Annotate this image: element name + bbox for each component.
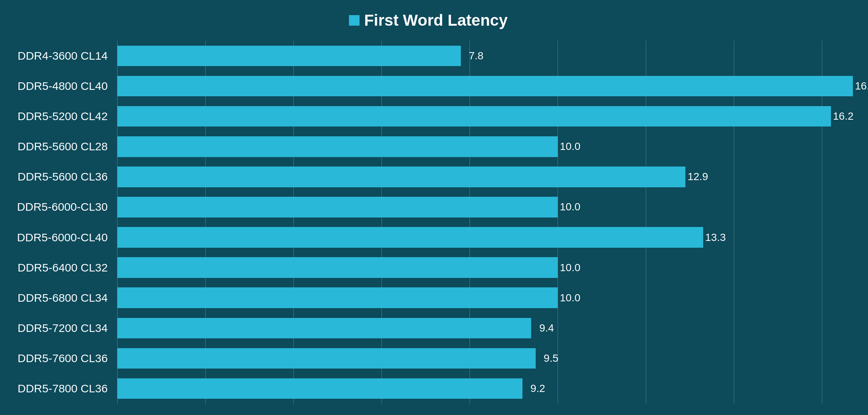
bar: 10.0 xyxy=(117,287,558,308)
chart-area: DDR4-3600 CL14DDR5-4800 CL40DDR5-5200 CL… xyxy=(4,41,853,404)
bar-row: 10.0 xyxy=(117,283,853,313)
bar-value: 10.0 xyxy=(560,140,581,153)
bar-row: 10.0 xyxy=(117,192,853,222)
bar: 13.3 xyxy=(117,227,703,247)
y-label: DDR5-6000-CL30 xyxy=(4,200,113,214)
y-label: DDR5-6400 CL32 xyxy=(4,261,113,275)
y-label: DDR5-7600 CL36 xyxy=(4,352,113,365)
bar-row: 9.5 xyxy=(117,343,853,373)
bar-row: 9.2 xyxy=(117,373,853,404)
legend-label: First Word Latency xyxy=(364,11,508,29)
y-label: DDR5-7800 CL36 xyxy=(4,382,113,395)
bar: 9.4 xyxy=(117,318,531,338)
y-label: DDR5-5600 CL36 xyxy=(4,170,113,184)
bar-value: 10.0 xyxy=(560,201,581,213)
legend: First Word Latency xyxy=(4,11,853,29)
bar-row: 13.3 xyxy=(117,222,853,252)
bar: 9.2 xyxy=(117,378,522,399)
y-axis-labels: DDR4-3600 CL14DDR5-4800 CL40DDR5-5200 CL… xyxy=(4,41,117,404)
y-label: DDR5-6000-CL40 xyxy=(4,231,113,244)
bar: 10.0 xyxy=(117,197,558,217)
bar-row: 12.9 xyxy=(117,162,853,192)
bars-area: 7.816.716.210.012.910.013.310.010.09.49.… xyxy=(117,41,853,404)
bar-row: 10.0 xyxy=(117,131,853,162)
bar-value: 12.9 xyxy=(688,171,708,183)
legend-icon xyxy=(349,15,360,26)
bar-row: 16.7 xyxy=(117,71,853,101)
bar-value: 13.3 xyxy=(705,231,726,244)
bar: 16.7 xyxy=(117,76,853,96)
bar-value: 9.2 xyxy=(530,383,545,395)
bar: 7.8 xyxy=(117,46,461,66)
chart-container: First Word Latency DDR4-3600 CL14DDR5-48… xyxy=(0,0,868,415)
bar-value: 7.8 xyxy=(469,50,484,62)
bar: 10.0 xyxy=(117,136,558,157)
bar: 16.2 xyxy=(117,106,831,127)
bar-value: 16.7 xyxy=(855,80,868,92)
y-label: DDR5-5600 CL28 xyxy=(4,140,113,153)
bar-value: 10.0 xyxy=(560,292,581,304)
bar-value: 9.4 xyxy=(539,322,554,334)
y-label: DDR5-6800 CL34 xyxy=(4,291,113,305)
y-label: DDR4-3600 CL14 xyxy=(4,49,113,63)
y-label: DDR5-4800 CL40 xyxy=(4,79,113,93)
bar-row: 7.8 xyxy=(117,41,853,71)
bar: 12.9 xyxy=(117,167,685,187)
y-label: DDR5-7200 CL34 xyxy=(4,321,113,335)
bar-row: 10.0 xyxy=(117,253,853,283)
bar-row: 9.4 xyxy=(117,313,853,343)
bar-value: 16.2 xyxy=(833,110,854,122)
bar: 10.0 xyxy=(117,257,558,278)
bar-row: 16.2 xyxy=(117,101,853,131)
y-label: DDR5-5200 CL42 xyxy=(4,110,113,123)
bar-value: 10.0 xyxy=(560,262,581,274)
bar: 9.5 xyxy=(117,348,536,369)
bar-value: 9.5 xyxy=(544,352,558,364)
